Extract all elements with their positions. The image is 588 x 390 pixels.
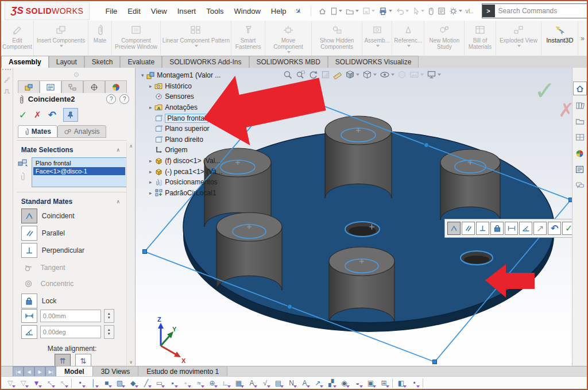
expander-icon[interactable]: ▸ bbox=[147, 158, 154, 164]
zoom-fit-icon[interactable] bbox=[283, 69, 293, 80]
undo-icon[interactable] bbox=[394, 6, 410, 16]
filter-coordinate-icon[interactable]: ⊕ bbox=[206, 378, 219, 388]
lock-icon[interactable] bbox=[490, 222, 504, 235]
expander-icon[interactable]: ▸ bbox=[147, 190, 154, 196]
selection-item-plano-frontal[interactable]: Plano frontal bbox=[33, 159, 125, 167]
file-explorer-icon[interactable] bbox=[574, 115, 586, 128]
search-command-icon[interactable]: > bbox=[482, 5, 495, 17]
tab-model[interactable]: Model bbox=[56, 366, 93, 377]
tab-sketch[interactable]: Sketch bbox=[84, 56, 121, 68]
filter-curve-icon[interactable]: ↗ bbox=[311, 378, 324, 388]
instant3d-button[interactable]: Instant3D bbox=[541, 21, 578, 56]
custom-properties-icon[interactable] bbox=[574, 163, 586, 176]
filter-surface-bodies-icon[interactable]: ▧ bbox=[113, 378, 126, 388]
flip-alignment-icon[interactable]: ↗ bbox=[533, 222, 547, 235]
tree-item-montagem1[interactable]: ▾Montagem1 (Valor ... bbox=[139, 70, 222, 81]
tree-item-peca[interactable]: ▸(-) peca1<1> (Va... bbox=[139, 166, 222, 177]
search-input[interactable] bbox=[495, 7, 588, 15]
print-icon[interactable] bbox=[377, 6, 393, 16]
undo-button[interactable]: ↶ bbox=[48, 109, 56, 121]
last-tab-button[interactable]: ▶| bbox=[45, 366, 56, 377]
tree-item-historico[interactable]: ▸Histórico bbox=[139, 81, 222, 92]
undo-icon[interactable]: ↶ bbox=[548, 222, 561, 235]
filter-mesh-icon[interactable]: ▦ bbox=[232, 378, 245, 388]
reference-geometry-caret-icon[interactable] bbox=[407, 45, 411, 47]
filter-port-icon[interactable]: ▣ bbox=[364, 378, 377, 388]
tree-item-plano-direito[interactable]: Plano direito bbox=[139, 134, 222, 145]
assembly-features-caret-icon[interactable] bbox=[376, 45, 380, 47]
home-icon[interactable] bbox=[317, 6, 328, 16]
toolbar-overflow-icon[interactable]: » bbox=[578, 34, 587, 43]
new-motion-study-button[interactable]: New Motion Study bbox=[424, 21, 465, 56]
menu-edit[interactable]: Edit bbox=[122, 5, 145, 18]
filter-clear-icon[interactable]: ▽ bbox=[17, 378, 30, 388]
filter-origin-icon[interactable]: ∟ bbox=[219, 378, 232, 388]
menu-tools[interactable]: Tools bbox=[201, 5, 229, 18]
filter-frame-icon[interactable]: ⊞ bbox=[377, 378, 390, 388]
show-hidden-components-button[interactable]: Show Hidden Components bbox=[312, 21, 362, 56]
filter-midpoints-icon[interactable]: ◦ bbox=[179, 378, 192, 388]
zoom-area-icon[interactable] bbox=[295, 69, 306, 80]
exploded-steps-icon[interactable] bbox=[3, 76, 11, 84]
linear-component-pattern-button[interactable]: Linear Component Pattern bbox=[161, 21, 231, 56]
distance-spinner[interactable]: ▲▼ bbox=[104, 309, 114, 323]
expander-icon[interactable]: ▸ bbox=[147, 83, 154, 89]
edit-appearance-icon[interactable] bbox=[397, 69, 407, 80]
filter-annotations-icon[interactable]: A bbox=[245, 378, 258, 388]
filter-dimensions-icon[interactable]: √ bbox=[258, 378, 272, 388]
edit-component-button[interactable]: Edit Component bbox=[1, 21, 34, 56]
tab-solidworks-add-ins[interactable]: SOLIDWORKS Add-Ins bbox=[162, 56, 249, 68]
view-palette-icon[interactable] bbox=[574, 131, 586, 144]
propertymanager-tab[interactable] bbox=[40, 80, 61, 93]
hide-show-items-icon[interactable] bbox=[379, 69, 395, 80]
tab-3d-views[interactable]: 3D Views bbox=[93, 366, 138, 377]
standard-mates-header[interactable]: Standard Mates ∧ bbox=[21, 198, 120, 206]
configurationmanager-tab[interactable] bbox=[61, 80, 83, 93]
insert-components-caret-icon[interactable] bbox=[60, 45, 63, 47]
tab-solidworks-visualize[interactable]: SOLIDWORKS Visualize bbox=[328, 56, 419, 68]
filter-axes-icon[interactable]: ╱ bbox=[140, 378, 153, 388]
tab-mates[interactable]: Mates bbox=[18, 125, 57, 138]
angle-field[interactable] bbox=[40, 326, 101, 338]
move-component-button[interactable]: Move Component bbox=[265, 21, 312, 56]
open-icon[interactable] bbox=[345, 6, 360, 16]
mouse-gestures-icon[interactable] bbox=[427, 6, 435, 16]
home-tab-icon[interactable] bbox=[573, 82, 587, 95]
angle-spinner[interactable]: ▲▼ bbox=[104, 325, 114, 339]
tab-motion-study-1[interactable]: Estudo de movimento 1 bbox=[138, 366, 227, 377]
angle-icon[interactable] bbox=[519, 222, 532, 235]
filter-datum-icon[interactable]: A bbox=[298, 378, 311, 388]
save-icon[interactable] bbox=[361, 6, 376, 16]
tab-solidworks-mbd[interactable]: SOLIDWORKS MBD bbox=[249, 56, 328, 68]
linear-pattern-caret-icon[interactable] bbox=[195, 45, 198, 47]
distance-field[interactable] bbox=[40, 310, 101, 322]
mate-lock[interactable]: Lock bbox=[21, 293, 56, 308]
tree-item-plano-frontal[interactable]: Plano frontal bbox=[139, 113, 222, 123]
filter-block-icon[interactable]: ◧ bbox=[394, 378, 408, 388]
menu-insert[interactable]: Insert bbox=[172, 5, 202, 18]
mate-perpendicular[interactable]: Perpendicular bbox=[21, 242, 84, 258]
help-icon[interactable]: ? bbox=[119, 94, 129, 104]
spin-up-icon[interactable]: ▲ bbox=[107, 312, 111, 316]
tree-item-posicionamentos[interactable]: ▸Posicionamentos bbox=[139, 177, 222, 188]
vl-addin-icon[interactable]: vl.. bbox=[465, 7, 475, 15]
select-icon[interactable] bbox=[411, 6, 425, 16]
pin-menu-icon[interactable]: ✈ bbox=[293, 6, 303, 17]
filter-faces-icon[interactable]: ■ bbox=[100, 378, 113, 388]
menu-help[interactable]: Help bbox=[266, 5, 292, 18]
insert-components-button[interactable]: Insert Components bbox=[34, 21, 89, 56]
parallel-icon[interactable] bbox=[462, 222, 475, 235]
selection-item-face-disco[interactable]: Face<1>@disco-1 bbox=[33, 167, 125, 175]
step-profile-icon[interactable] bbox=[3, 87, 11, 94]
menu-file[interactable]: File bbox=[100, 5, 122, 18]
spin-up-icon[interactable]: ▲ bbox=[107, 328, 111, 332]
scroll-down-icon[interactable]: ∨ bbox=[129, 360, 133, 365]
perpendicular-icon[interactable] bbox=[476, 222, 489, 235]
first-tab-button[interactable]: |◀ bbox=[13, 366, 24, 377]
expander-icon[interactable]: ▾ bbox=[139, 72, 146, 78]
assembly-features-button[interactable]: Assemb... bbox=[362, 21, 392, 56]
select-pointer-icon[interactable]: ↖ bbox=[43, 378, 56, 388]
disc-hole[interactable] bbox=[345, 222, 380, 237]
filter-edges-icon[interactable]: │ bbox=[87, 378, 100, 388]
filter-active-icon[interactable]: ▼ bbox=[30, 378, 43, 388]
